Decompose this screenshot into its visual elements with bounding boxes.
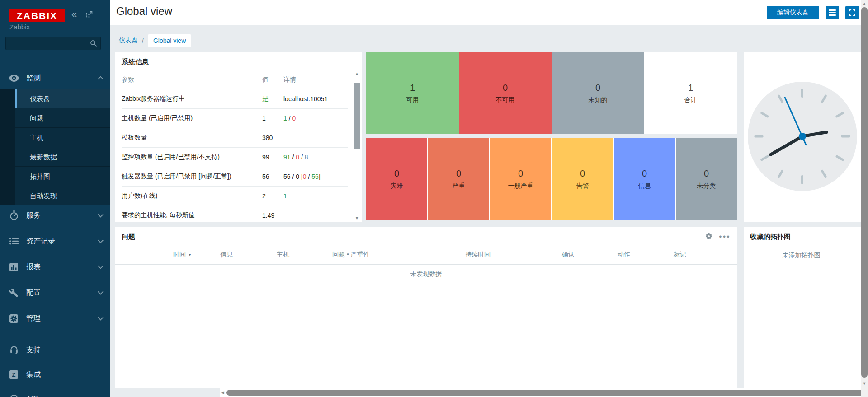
problems-by-severity-widget: 0灾难0严重0一般严重0告警0信息0未分类 xyxy=(366,138,737,220)
widget-settings-gear-icon[interactable] xyxy=(705,233,712,240)
cell-label: 可用 xyxy=(406,96,419,104)
admin-gear-icon xyxy=(8,314,19,323)
sidebar-item-monitoring[interactable]: 监测 xyxy=(0,68,110,89)
sidebar-item-integrations[interactable]: Z集成 xyxy=(0,364,110,385)
sidebar-item-label: 配置 xyxy=(26,288,41,298)
wrench-icon xyxy=(8,288,19,298)
parameter-cell: 触发器数量 (已启用/已禁用 [问题/正常]) xyxy=(122,173,262,181)
value-cell: 1 xyxy=(262,115,283,122)
sidebar-submenu: 仪表盘问题主机最新数据拓扑图自动发现 xyxy=(0,89,110,205)
hide-sidebar-icon[interactable] xyxy=(86,11,93,19)
page-title: Global view xyxy=(116,5,172,18)
dashboard-menu-button[interactable] xyxy=(826,6,839,19)
vertical-scrollbar: ▲ ▼ xyxy=(861,0,868,397)
svg-text:Z: Z xyxy=(12,371,16,378)
column-header-ack: 确认 xyxy=(562,251,575,259)
cell-count: 0 xyxy=(394,168,399,179)
column-header-duration: 持续时间 xyxy=(465,251,491,259)
severity-cell-information[interactable]: 0信息 xyxy=(614,138,675,220)
sidebar-item-label: 管理 xyxy=(26,314,41,323)
value-cell: 是 xyxy=(262,95,283,103)
value-cell: 1.49 xyxy=(262,212,283,219)
sidebar-item-label: API xyxy=(26,395,38,397)
vertical-scrollbar-thumb[interactable] xyxy=(861,7,868,378)
severity-cell-high[interactable]: 0严重 xyxy=(428,138,489,220)
scroll-down-icon[interactable]: ▼ xyxy=(354,216,360,220)
scrollbar-thumb[interactable] xyxy=(354,83,360,149)
column-header-value: 值 xyxy=(262,76,283,84)
scroll-up-icon[interactable]: ▲ xyxy=(354,71,360,76)
sidebar-item-discovery[interactable]: 自动发现 xyxy=(0,186,110,205)
sidebar-item-label: 资产记录 xyxy=(26,237,55,246)
table-row: Zabbix服务器端运行中是localhost:10051 xyxy=(122,89,348,109)
clock-tick xyxy=(835,112,844,118)
breadcrumb-current[interactable]: Global view xyxy=(148,34,191,47)
value-cell: 99 xyxy=(262,154,283,161)
server-name: Zabbix xyxy=(9,23,30,31)
hamburger-icon xyxy=(829,9,836,11)
sidebar-item-dashboards[interactable]: 仪表盘 xyxy=(0,89,110,108)
sidebar-item-services[interactable]: 服务 xyxy=(0,205,110,226)
cell-count: 0 xyxy=(503,83,508,93)
widget-title: 问题 xyxy=(122,233,135,241)
popout-icon xyxy=(86,11,93,18)
analog-clock xyxy=(748,82,857,191)
sidebar-item-label: 支持 xyxy=(26,346,41,355)
report-icon xyxy=(8,263,19,271)
dashboard-content: 仪表盘 / Global view 系统信息 参数值详情Zabbix服务器端运行… xyxy=(110,25,861,389)
parameter-cell: Zabbix服务器端运行中 xyxy=(122,95,262,103)
sidebar-item-label: 自动发现 xyxy=(30,192,57,200)
sidebar-item-configuration[interactable]: 配置 xyxy=(0,282,110,303)
sidebar-item-inventory[interactable]: 资产记录 xyxy=(0,231,110,252)
cell-label: 灾难 xyxy=(391,182,403,190)
kiosk-mode-button[interactable] xyxy=(845,6,859,19)
sidebar-item-label: 最新数据 xyxy=(30,153,57,161)
cell-label: 信息 xyxy=(638,182,651,190)
zabbix-logo[interactable]: ZABBIX xyxy=(9,9,65,22)
column-header-actions: 动作 xyxy=(618,251,630,259)
table-header-row: 参数值详情 xyxy=(122,70,348,89)
severity-cell-disaster[interactable]: 0灾难 xyxy=(366,138,427,220)
search-icon[interactable] xyxy=(90,40,97,49)
availability-cell-available[interactable]: 1可用 xyxy=(366,52,459,134)
value-cell: 2 xyxy=(262,192,283,200)
widget-more-icon[interactable]: ●●● xyxy=(719,234,731,239)
sidebar-item-support[interactable]: 支持 xyxy=(0,340,110,360)
cell-count: 0 xyxy=(704,168,709,179)
availability-cell-total[interactable]: 1合计 xyxy=(644,52,737,134)
sidebar-item-api[interactable]: ?API xyxy=(0,388,110,397)
search-input[interactable] xyxy=(6,37,94,49)
scroll-left-icon[interactable]: ◀ xyxy=(221,390,224,395)
column-header-time[interactable]: 时间▼ xyxy=(173,251,192,259)
parameter-cell: 模板数量 xyxy=(122,134,262,142)
scroll-up-icon[interactable]: ▲ xyxy=(861,1,868,6)
sidebar-item-hosts[interactable]: 主机 xyxy=(0,127,110,147)
cell-count: 1 xyxy=(410,83,415,93)
details-cell: 1 xyxy=(283,192,348,200)
z-share-icon: Z xyxy=(8,370,19,379)
horizontal-scrollbar-thumb[interactable] xyxy=(226,390,868,396)
availability-cell-not-available[interactable]: 0不可用 xyxy=(459,52,552,134)
edit-dashboard-button[interactable]: 编辑仪表盘 xyxy=(767,6,819,19)
clock-tick xyxy=(821,94,827,103)
column-header-details: 详情 xyxy=(283,76,348,84)
availability-cell-unknown[interactable]: 0未知的 xyxy=(552,52,644,134)
sidebar-item-label: 主机 xyxy=(30,134,43,141)
severity-cell-average[interactable]: 0一般严重 xyxy=(490,138,551,220)
parameter-cell: 要求的主机性能, 每秒新值 xyxy=(122,211,262,220)
clock-tick xyxy=(835,155,844,161)
severity-cell-not-classified[interactable]: 0未分类 xyxy=(676,138,737,220)
breadcrumb-root-link[interactable]: 仪表盘 xyxy=(119,37,138,45)
sidebar-item-latest-data[interactable]: 最新数据 xyxy=(0,147,110,166)
widget-title: 收藏的拓扑图 xyxy=(750,233,791,241)
sidebar-item-reports[interactable]: 报表 xyxy=(0,257,110,277)
sidebar-item-problems[interactable]: 问题 xyxy=(0,108,110,127)
sidebar-item-administration[interactable]: 管理 xyxy=(0,308,110,329)
details-cell: 56 / 0 [0 / 56] xyxy=(283,173,348,180)
severity-cell-warning[interactable]: 0告警 xyxy=(552,138,613,220)
collapse-sidebar-icon[interactable]: « xyxy=(71,10,77,19)
sidebar-item-maps[interactable]: 拓扑图 xyxy=(0,166,110,186)
sidebar-item-label: 监测 xyxy=(26,74,41,83)
scroll-down-icon[interactable]: ▼ xyxy=(861,381,868,386)
cell-label: 未分类 xyxy=(697,182,716,190)
